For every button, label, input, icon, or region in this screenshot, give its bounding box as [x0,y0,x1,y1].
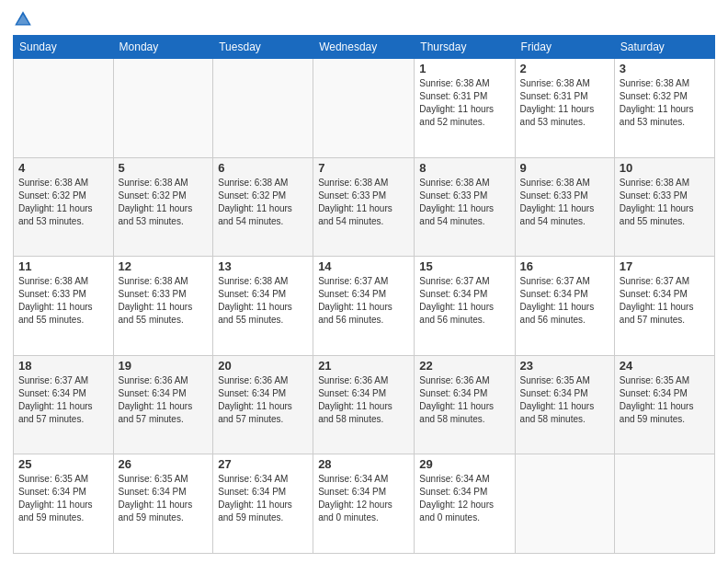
calendar-day-cell: 8Sunrise: 6:38 AMSunset: 6:33 PMDaylight… [415,157,515,257]
calendar-day-header: Friday [515,36,614,59]
calendar-day-cell: 6Sunrise: 6:38 AMSunset: 6:32 PMDaylight… [213,157,313,257]
calendar-day-cell: 27Sunrise: 6:34 AMSunset: 6:34 PMDayligh… [213,454,313,554]
calendar-header-row: SundayMondayTuesdayWednesdayThursdayFrid… [14,36,715,59]
calendar-day-cell: 2Sunrise: 6:38 AMSunset: 6:31 PMDaylight… [515,59,614,158]
day-number: 23 [520,359,609,373]
day-info: Sunrise: 6:37 AMSunset: 6:34 PMDaylight:… [520,275,609,327]
header [13,9,715,29]
day-info: Sunrise: 6:38 AMSunset: 6:33 PMDaylight:… [419,177,509,228]
day-info: Sunrise: 6:37 AMSunset: 6:34 PMDaylight:… [620,275,710,327]
calendar-day-cell: 17Sunrise: 6:37 AMSunset: 6:34 PMDayligh… [614,257,714,356]
day-number: 9 [520,161,609,175]
day-info: Sunrise: 6:38 AMSunset: 6:33 PMDaylight:… [18,275,108,327]
day-info: Sunrise: 6:36 AMSunset: 6:34 PMDaylight:… [419,374,509,426]
day-number: 2 [520,62,609,75]
day-number: 25 [18,457,108,471]
day-info: Sunrise: 6:34 AMSunset: 6:34 PMDaylight:… [218,473,308,524]
calendar-day-header: Saturday [614,36,714,59]
calendar-day-cell: 12Sunrise: 6:38 AMSunset: 6:33 PMDayligh… [113,257,213,356]
day-info: Sunrise: 6:36 AMSunset: 6:34 PMDaylight:… [318,374,409,426]
calendar-day-cell: 25Sunrise: 6:35 AMSunset: 6:34 PMDayligh… [14,454,114,554]
calendar-day-header: Monday [113,36,213,59]
calendar-day-cell [113,59,213,158]
day-info: Sunrise: 6:38 AMSunset: 6:31 PMDaylight:… [520,77,609,129]
day-info: Sunrise: 6:38 AMSunset: 6:34 PMDaylight:… [218,275,308,327]
calendar-day-cell: 23Sunrise: 6:35 AMSunset: 6:34 PMDayligh… [515,355,614,454]
day-number: 22 [419,359,509,373]
day-number: 7 [318,161,409,175]
day-number: 15 [419,259,509,273]
calendar-day-cell [213,59,313,158]
calendar-day-cell: 1Sunrise: 6:38 AMSunset: 6:31 PMDaylight… [415,59,515,158]
day-info: Sunrise: 6:38 AMSunset: 6:32 PMDaylight:… [18,177,108,228]
day-number: 24 [620,359,710,373]
calendar-week-row: 18Sunrise: 6:37 AMSunset: 6:34 PMDayligh… [14,355,715,454]
day-number: 13 [218,259,308,273]
calendar-day-header: Wednesday [313,36,415,59]
day-number: 21 [318,359,409,373]
day-number: 29 [419,457,509,471]
day-number: 16 [520,259,609,273]
calendar-day-cell: 26Sunrise: 6:35 AMSunset: 6:34 PMDayligh… [113,454,213,554]
day-number: 8 [419,161,509,175]
day-info: Sunrise: 6:35 AMSunset: 6:34 PMDaylight:… [18,473,108,524]
calendar-week-row: 4Sunrise: 6:38 AMSunset: 6:32 PMDaylight… [14,157,715,257]
page: SundayMondayTuesdayWednesdayThursdayFrid… [0,0,728,563]
day-info: Sunrise: 6:34 AMSunset: 6:34 PMDaylight:… [419,473,509,524]
day-number: 1 [419,62,509,75]
day-info: Sunrise: 6:38 AMSunset: 6:33 PMDaylight:… [119,275,209,327]
calendar-day-cell: 28Sunrise: 6:34 AMSunset: 6:34 PMDayligh… [313,454,415,554]
day-number: 14 [318,259,409,273]
calendar-day-cell: 24Sunrise: 6:35 AMSunset: 6:34 PMDayligh… [614,355,714,454]
day-info: Sunrise: 6:35 AMSunset: 6:34 PMDaylight:… [119,473,209,524]
calendar-day-header: Tuesday [213,36,313,59]
calendar-day-cell [313,59,415,158]
calendar-day-header: Sunday [14,36,114,59]
day-number: 12 [119,259,209,273]
calendar-day-cell: 19Sunrise: 6:36 AMSunset: 6:34 PMDayligh… [113,355,213,454]
calendar-day-header: Thursday [415,36,515,59]
calendar-day-cell [614,454,714,554]
day-info: Sunrise: 6:38 AMSunset: 6:32 PMDaylight:… [119,177,209,228]
logo-icon [13,9,33,29]
calendar-day-cell: 5Sunrise: 6:38 AMSunset: 6:32 PMDaylight… [113,157,213,257]
calendar-day-cell: 21Sunrise: 6:36 AMSunset: 6:34 PMDayligh… [313,355,415,454]
calendar-day-cell: 14Sunrise: 6:37 AMSunset: 6:34 PMDayligh… [313,257,415,356]
calendar-day-cell: 13Sunrise: 6:38 AMSunset: 6:34 PMDayligh… [213,257,313,356]
calendar-day-cell: 9Sunrise: 6:38 AMSunset: 6:33 PMDaylight… [515,157,614,257]
day-number: 4 [18,161,108,175]
calendar-day-cell: 29Sunrise: 6:34 AMSunset: 6:34 PMDayligh… [415,454,515,554]
day-info: Sunrise: 6:36 AMSunset: 6:34 PMDaylight:… [218,374,308,426]
calendar-week-row: 1Sunrise: 6:38 AMSunset: 6:31 PMDaylight… [14,59,715,158]
day-number: 26 [119,457,209,471]
day-info: Sunrise: 6:38 AMSunset: 6:32 PMDaylight:… [620,77,710,129]
day-info: Sunrise: 6:38 AMSunset: 6:32 PMDaylight:… [218,177,308,228]
calendar-day-cell: 3Sunrise: 6:38 AMSunset: 6:32 PMDaylight… [614,59,714,158]
day-number: 5 [119,161,209,175]
calendar-week-row: 11Sunrise: 6:38 AMSunset: 6:33 PMDayligh… [14,257,715,356]
calendar-day-cell: 7Sunrise: 6:38 AMSunset: 6:33 PMDaylight… [313,157,415,257]
calendar-day-cell: 10Sunrise: 6:38 AMSunset: 6:33 PMDayligh… [614,157,714,257]
calendar-day-cell: 20Sunrise: 6:36 AMSunset: 6:34 PMDayligh… [213,355,313,454]
day-info: Sunrise: 6:36 AMSunset: 6:34 PMDaylight:… [119,374,209,426]
calendar-day-cell: 4Sunrise: 6:38 AMSunset: 6:32 PMDaylight… [14,157,114,257]
day-info: Sunrise: 6:38 AMSunset: 6:33 PMDaylight:… [520,177,609,228]
calendar-day-cell [515,454,614,554]
day-info: Sunrise: 6:35 AMSunset: 6:34 PMDaylight:… [520,374,609,426]
day-number: 27 [218,457,308,471]
calendar-day-cell: 16Sunrise: 6:37 AMSunset: 6:34 PMDayligh… [515,257,614,356]
calendar-week-row: 25Sunrise: 6:35 AMSunset: 6:34 PMDayligh… [14,454,715,554]
day-info: Sunrise: 6:37 AMSunset: 6:34 PMDaylight:… [318,275,409,327]
day-number: 11 [18,259,108,273]
day-number: 10 [620,161,710,175]
calendar-day-cell: 15Sunrise: 6:37 AMSunset: 6:34 PMDayligh… [415,257,515,356]
day-info: Sunrise: 6:38 AMSunset: 6:31 PMDaylight:… [419,77,509,129]
day-info: Sunrise: 6:38 AMSunset: 6:33 PMDaylight:… [620,177,710,228]
day-number: 3 [620,62,710,75]
day-number: 18 [18,359,108,373]
day-number: 19 [119,359,209,373]
calendar-table: SundayMondayTuesdayWednesdayThursdayFrid… [13,35,715,554]
day-number: 28 [318,457,409,471]
day-info: Sunrise: 6:37 AMSunset: 6:34 PMDaylight:… [419,275,509,327]
calendar-day-cell: 11Sunrise: 6:38 AMSunset: 6:33 PMDayligh… [14,257,114,356]
